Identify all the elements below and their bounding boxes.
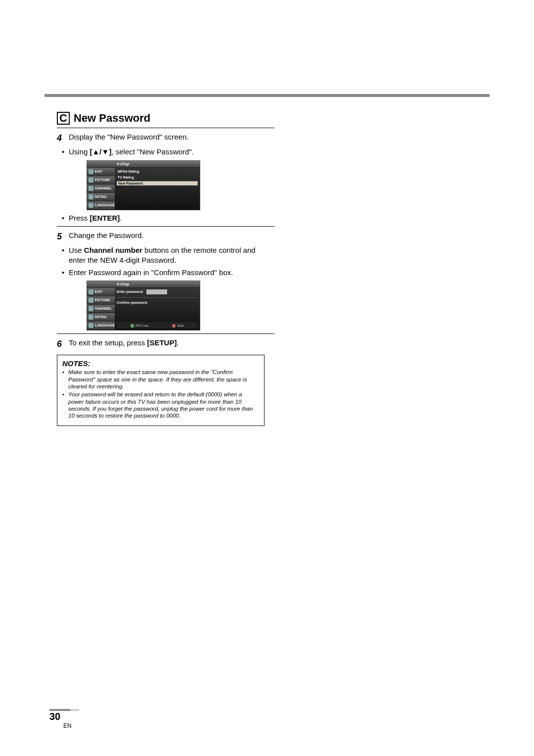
step-5: 5 Change the Password. xyxy=(57,231,274,242)
tv-tab-language[interactable]: LANGUAGE xyxy=(87,201,115,210)
notes-box: NOTES: • Make sure to enter the exact sa… xyxy=(57,355,265,426)
section-letter: C xyxy=(57,112,70,125)
tv-tab-picture[interactable]: PICTURE xyxy=(87,176,115,185)
tv-footer: PIN Code Back xyxy=(117,323,198,329)
channel-icon xyxy=(89,186,93,191)
tv-menu-title: V-Chip xyxy=(87,281,200,288)
tv-enter-password-label: Enter password. xyxy=(117,290,143,293)
detail-icon xyxy=(89,315,93,320)
step-body: To exit the setup, press [SETUP]. xyxy=(69,338,274,350)
step-body: Change the Password. xyxy=(69,231,274,242)
language-icon xyxy=(89,203,93,208)
notes-title: NOTES: xyxy=(62,359,259,368)
channel-icon xyxy=(89,306,93,311)
picture-icon xyxy=(89,298,93,303)
bullet: • Enter Password again in "Confirm Passw… xyxy=(62,268,274,278)
tv-item-mpaa[interactable]: MPAA Rating xyxy=(117,169,198,174)
language-icon xyxy=(89,323,93,328)
note-text: Your password will be erased and return … xyxy=(68,391,259,420)
page-number: 30 xyxy=(49,711,60,722)
tv-sidebar: EXIT PICTURE CHANNEL DETAIL LANGUAGE xyxy=(87,288,115,330)
section-heading: C New Password xyxy=(57,112,274,125)
bullet-marker: • xyxy=(62,369,66,390)
divider xyxy=(57,128,274,128)
top-rule xyxy=(44,94,490,97)
bullet-marker: • xyxy=(62,245,66,266)
tv-enter-password-input[interactable] xyxy=(146,289,167,294)
step-body: Display the "New Password" screen. xyxy=(69,132,274,144)
bullet: • Using [▲/▼], select "New Password". xyxy=(62,147,274,157)
tv-sidebar: EXIT PICTURE CHANNEL DETAIL LANGUAGE xyxy=(87,168,115,210)
tv-menu-screenshot-1: V-Chip EXIT PICTURE CHANNEL DETAIL LANGU… xyxy=(87,160,200,210)
divider xyxy=(57,226,274,227)
bullet-marker: • xyxy=(62,268,66,278)
tv-footer-back[interactable]: Back xyxy=(172,324,183,328)
exit-icon xyxy=(89,169,93,174)
picture-icon xyxy=(89,178,93,183)
step-text: Display the "New Password" screen. xyxy=(69,133,188,141)
bullet: • Use Channel number buttons on the remo… xyxy=(62,245,274,266)
tv-item-tvrating[interactable]: TV Rating xyxy=(117,175,198,180)
step-4: 4 Display the "New Password" screen. xyxy=(57,132,274,144)
bullet-text: Enter Password again in "Confirm Passwor… xyxy=(69,268,233,278)
manual-page: C New Password 4 Display the "New Passwo… xyxy=(0,0,534,756)
tv-footer-pin: PIN Code xyxy=(131,324,148,328)
tv-tab-channel[interactable]: CHANNEL xyxy=(87,305,115,313)
divider xyxy=(57,333,274,334)
bullet-marker: • xyxy=(62,213,66,223)
tv-tab-detail[interactable]: DETAIL xyxy=(87,313,115,322)
tv-tab-picture[interactable]: PICTURE xyxy=(87,296,115,305)
section-title: New Password xyxy=(74,112,150,125)
step-number: 4 xyxy=(57,132,65,144)
bullet-text: Press [ENTER]. xyxy=(69,213,122,223)
step-number: 6 xyxy=(57,338,65,350)
tv-enter-password-row: Enter password. xyxy=(117,289,198,294)
tv-confirm-password-label: Confirm password. xyxy=(117,301,148,304)
tv-tab-exit[interactable]: EXIT xyxy=(87,168,115,176)
tv-confirm-password-row: Confirm password. xyxy=(117,301,198,304)
back-icon xyxy=(172,324,176,328)
page-footer: 30 EN xyxy=(49,709,79,729)
tv-main-panel: MPAA Rating TV Rating New Password xyxy=(115,168,200,210)
tv-main-panel: Enter password. Confirm password. PIN Co… xyxy=(115,288,200,330)
content-column: C New Password 4 Display the "New Passwo… xyxy=(57,112,274,426)
bullet-text: Using [▲/▼], select "New Password". xyxy=(69,147,194,157)
tv-menu-screenshot-2: V-Chip EXIT PICTURE CHANNEL DETAIL LANGU… xyxy=(87,281,200,331)
tv-tab-exit[interactable]: EXIT xyxy=(87,288,115,296)
note-item: • Your password will be erased and retur… xyxy=(62,391,259,420)
note-text: Make sure to enter the exact same new pa… xyxy=(68,369,259,390)
detail-icon xyxy=(89,194,93,199)
page-language: EN xyxy=(63,722,79,729)
note-item: • Make sure to enter the exact same new … xyxy=(62,369,259,390)
bullet: • Press [ENTER]. xyxy=(62,213,274,223)
tv-tab-language[interactable]: LANGUAGE xyxy=(87,322,115,330)
tv-tab-detail[interactable]: DETAIL xyxy=(87,193,115,201)
step-6: 6 To exit the setup, press [SETUP]. xyxy=(57,338,274,350)
bullet-text: Use Channel number buttons on the remote… xyxy=(69,245,274,266)
bullet-marker: • xyxy=(62,391,66,420)
tv-item-newpassword-selected[interactable]: New Password xyxy=(117,181,198,186)
tv-divider xyxy=(117,297,198,298)
exit-icon xyxy=(89,289,93,294)
step-number: 5 xyxy=(57,231,65,242)
step-text: Change the Password. xyxy=(69,231,144,239)
keypad-icon xyxy=(131,324,134,328)
tv-menu-title: V-Chip xyxy=(87,161,200,168)
bullet-marker: • xyxy=(62,147,66,157)
tv-tab-channel[interactable]: CHANNEL xyxy=(87,185,115,193)
